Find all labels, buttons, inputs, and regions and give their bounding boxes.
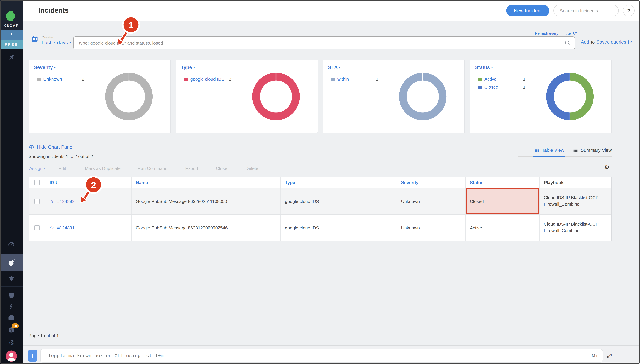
- add-to-saved-queries[interactable]: Add to Saved queries: [581, 39, 634, 45]
- created-filter[interactable]: Created Last 7 days ▾: [31, 35, 71, 45]
- created-range-dropdown[interactable]: Last 7 days ▾: [42, 40, 71, 45]
- column-header-severity[interactable]: Severity: [397, 177, 466, 188]
- incident-severity: Unknown: [397, 214, 466, 241]
- signpost-icon: [8, 275, 15, 282]
- column-header-name[interactable]: Name: [132, 177, 281, 188]
- chevron-down-icon: ▾: [44, 166, 45, 170]
- briefcase-icon: [8, 314, 15, 322]
- pagination-text: Page 1 out of 1: [29, 333, 59, 338]
- sidebar-alert-tile[interactable]: !: [0, 30, 23, 40]
- sla-donut-chart: [396, 69, 450, 124]
- incident-playbook: Cloud IDS-IP Blacklist-GCP Firewall_Comb…: [540, 188, 611, 214]
- type-chart-card: Type ▾ google cloud IDS 2: [176, 60, 318, 133]
- row-checkbox[interactable]: [34, 199, 40, 204]
- severity-filter-dropdown[interactable]: Severity ▾: [34, 64, 56, 70]
- column-header-status[interactable]: Status: [466, 177, 540, 188]
- cli-input[interactable]: [41, 349, 602, 362]
- user-avatar[interactable]: [0, 350, 23, 363]
- bomb-icon: [8, 258, 15, 266]
- main-area: Incidents New Incident ? Refresh every m…: [23, 0, 640, 364]
- xsoar-logo-icon: [6, 10, 17, 22]
- export-button[interactable]: Export: [185, 166, 198, 171]
- sidebar-item-jobs[interactable]: [0, 312, 23, 324]
- type-donut-chart: [249, 69, 303, 124]
- xsoar-incidents-page: XSOAR ! FREE: [0, 0, 640, 364]
- search-incidents-input[interactable]: [553, 5, 619, 16]
- legend-item[interactable]: Active 1: [478, 75, 525, 83]
- incident-name: Google PubSub Message 8633123069902546: [132, 214, 281, 241]
- xsoar-logo[interactable]: XSOAR: [0, 0, 23, 30]
- hide-chart-panel-link[interactable]: Hide Chart Panel: [29, 144, 73, 150]
- incident-id-link[interactable]: #124892: [57, 199, 75, 204]
- chevron-down-icon: ▾: [70, 41, 71, 44]
- legend-item[interactable]: Unknown 2: [37, 75, 84, 83]
- table-row[interactable]: ☆ #124892 Google PubSub Message 86328025…: [29, 188, 611, 214]
- legend-swatch: [478, 78, 482, 81]
- tab-summary-view[interactable]: Summary View: [573, 148, 612, 156]
- refresh-label: Refresh every minute: [535, 31, 571, 35]
- column-header-type[interactable]: Type: [281, 177, 397, 188]
- cli-alert-button[interactable]: !: [28, 350, 38, 362]
- table-settings-gear-icon[interactable]: ⚙: [604, 164, 609, 171]
- legend-item[interactable]: google cloud IDS 2: [184, 75, 231, 83]
- incident-severity: Unknown: [397, 188, 466, 214]
- search-icon[interactable]: [564, 40, 570, 46]
- column-header-playbook[interactable]: Playbook: [540, 177, 611, 188]
- markdown-icon[interactable]: M↓: [591, 353, 598, 358]
- star-icon[interactable]: ☆: [50, 224, 54, 231]
- sidebar-item-docs[interactable]: [0, 289, 23, 301]
- column-header-id[interactable]: ID↓: [45, 177, 132, 188]
- chevron-down-icon: ▾: [54, 66, 56, 69]
- summary-list-icon: [573, 148, 578, 153]
- chevron-down-icon: ▾: [193, 66, 195, 69]
- saved-queries-chart-icon: [628, 39, 634, 45]
- pin-icon: [8, 54, 15, 61]
- refresh-control[interactable]: Refresh every minute ⟳: [535, 30, 577, 36]
- incident-id-link[interactable]: #124891: [57, 225, 75, 230]
- sidebar: XSOAR ! FREE: [0, 0, 23, 364]
- query-input[interactable]: [74, 37, 575, 49]
- severity-chart-card: Severity ▾ Unknown 2: [29, 60, 171, 133]
- sla-chart-card: SLA ▾ within 1: [323, 60, 465, 133]
- severity-donut-chart: [102, 69, 156, 124]
- row-checkbox[interactable]: [34, 225, 40, 230]
- sidebar-item-signpost[interactable]: [0, 270, 23, 287]
- status-filter-dropdown[interactable]: Status ▾: [475, 64, 493, 70]
- incident-name: Google PubSub Message 8632802511108050: [132, 188, 281, 214]
- select-all-checkbox[interactable]: [34, 180, 40, 185]
- sidebar-item-pin[interactable]: [0, 49, 23, 66]
- close-button[interactable]: Close: [216, 166, 227, 171]
- view-tabs: Table View Summary View: [518, 148, 612, 156]
- sidebar-item-marketplace[interactable]: [0, 324, 23, 336]
- status-chart-card: Status ▾ Active 1 Closed 1: [470, 60, 612, 133]
- sidebar-item-settings[interactable]: ⚙: [0, 336, 23, 348]
- table-header-row: ID↓ Name Type Severity Status Playbook: [29, 177, 611, 188]
- sidebar-item-automation[interactable]: [0, 301, 23, 312]
- sidebar-item-incidents-active[interactable]: [0, 254, 23, 270]
- incidents-table: ID↓ Name Type Severity Status Playbook ☆…: [29, 176, 612, 241]
- eye-slash-icon: [29, 144, 34, 150]
- edit-button[interactable]: Edit: [59, 166, 66, 171]
- sidebar-item-dashboard[interactable]: [0, 236, 23, 252]
- assign-dropdown[interactable]: Assign ▾: [29, 166, 45, 171]
- legend-swatch: [478, 85, 482, 89]
- run-command-button[interactable]: Run Command: [138, 166, 168, 171]
- tab-table-view[interactable]: Table View: [534, 148, 564, 156]
- legend-item[interactable]: Closed 1: [478, 83, 525, 91]
- mark-as-duplicate-button[interactable]: Mark as Duplicate: [85, 166, 121, 171]
- marketplace-count-badge: 50: [12, 324, 19, 328]
- legend-swatch: [184, 78, 188, 81]
- help-button[interactable]: ?: [623, 5, 634, 16]
- book-icon: [8, 291, 15, 298]
- new-incident-button[interactable]: New Incident: [506, 5, 549, 16]
- legend-item[interactable]: within 1: [331, 75, 378, 83]
- free-plan-badge: FREE: [0, 40, 23, 49]
- sla-filter-dropdown[interactable]: SLA ▾: [328, 64, 341, 70]
- delete-button[interactable]: Delete: [245, 166, 258, 171]
- table-row[interactable]: ☆ #124891 Google PubSub Message 86331230…: [29, 214, 611, 241]
- star-icon[interactable]: ☆: [50, 198, 54, 204]
- type-filter-dropdown[interactable]: Type ▾: [181, 64, 195, 70]
- expand-icon[interactable]: ⤢: [607, 353, 612, 360]
- gear-icon: ⚙: [9, 338, 14, 346]
- incident-type: google cloud IDS: [281, 214, 397, 241]
